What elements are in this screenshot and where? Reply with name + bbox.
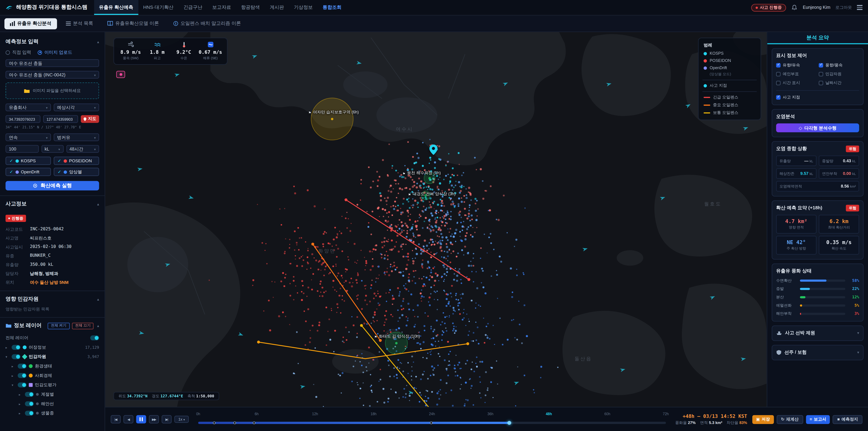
- expand-icon[interactable]: ▸: [5, 345, 9, 349]
- hamburger-menu-icon[interactable]: [857, 5, 862, 10]
- spill-type-select[interactable]: 연속▾: [5, 133, 51, 141]
- poi-label-wetland[interactable]: ⚑여자만 습지보호구역 (6h): [308, 110, 359, 115]
- spill-company-select[interactable]: 유출회사▾: [5, 103, 51, 111]
- expand-icon[interactable]: ▸: [19, 392, 23, 396]
- layer-row-eco[interactable]: ▸ 환경생태: [5, 361, 99, 371]
- toggle-current-vector[interactable]: 유향/유속: [776, 63, 816, 68]
- incident-select[interactable]: 여수 유조선 충돌 (INC-0042)▾: [5, 71, 99, 79]
- timeline-marker[interactable]: [252, 421, 255, 424]
- layer-row-fishery[interactable]: ▸ 어장정보 17,129: [5, 343, 99, 352]
- timeline-thumb[interactable]: [507, 421, 511, 425]
- nav-item-oil-spill-prediction[interactable]: 유출유 확산예측: [94, 0, 138, 15]
- layer-row-coastline[interactable]: ▸ 해안선: [5, 399, 99, 409]
- layer-row-socioeconomic[interactable]: ▸ 사회경제: [5, 371, 99, 380]
- poi-label-laver-farm[interactable]: ⚑화태도 김 양식장 (10h): [374, 334, 420, 339]
- layer-row-species[interactable]: ▸ 생물종: [5, 408, 99, 418]
- incident-location-pin[interactable]: [429, 145, 438, 155]
- chevron-down-icon[interactable]: ▾: [857, 331, 859, 335]
- expand-icon[interactable]: ▸: [19, 411, 23, 415]
- nav-item-reports[interactable]: 보고자료: [207, 0, 236, 15]
- timeline-slider[interactable]: [198, 422, 666, 424]
- owner-insurance-section[interactable]: 선주 / 보험 ▾: [772, 345, 864, 361]
- nav-item-integrated-search[interactable]: 통합조회: [318, 0, 346, 15]
- save-button[interactable]: ▣저장: [752, 415, 774, 424]
- nav-item-board[interactable]: 게시판: [265, 0, 289, 15]
- chevron-up-icon[interactable]: ▴: [97, 297, 99, 302]
- expand-icon[interactable]: ▾: [11, 383, 16, 387]
- chevron-up-icon[interactable]: ▴: [97, 202, 99, 206]
- section-layers-header[interactable]: 정보 레이어 전체 켜기 전체 끄기 ▴: [5, 322, 99, 329]
- tab-boom-algorithm-theory[interactable]: 오일펜스 배치 알고리즘 이론: [168, 18, 246, 29]
- timeline-marker[interactable]: [233, 421, 236, 424]
- model-toggle-ensemble[interactable]: ✓앙상블: [54, 168, 99, 176]
- layers-all-off-button[interactable]: 전체 끄기: [72, 322, 94, 329]
- skip-to-end-button[interactable]: ▶|: [162, 415, 172, 424]
- chevron-down-icon[interactable]: ▾: [857, 350, 859, 355]
- expand-icon[interactable]: ▾: [5, 355, 9, 359]
- timeline-marker[interactable]: [213, 421, 215, 424]
- radio-direct-input[interactable]: 직접 입력: [5, 49, 31, 55]
- radio-image-upload[interactable]: 이미지 업로드: [38, 49, 72, 55]
- expand-icon[interactable]: ▸: [19, 402, 23, 406]
- nav-item-aerial-search[interactable]: 항공탐색: [236, 0, 265, 15]
- tab-analysis-list[interactable]: 분석 목록: [60, 18, 99, 29]
- nav-item-emergency-rescue[interactable]: 긴급구난: [179, 0, 207, 15]
- fast-forward-button[interactable]: ▶▶: [149, 415, 159, 424]
- step-back-button[interactable]: ◀: [123, 415, 133, 424]
- spill-amount-input[interactable]: 100: [5, 145, 38, 153]
- pick-on-map-button[interactable]: 지도: [81, 115, 99, 123]
- poi-label-abalone-farm[interactable]: ⚑대경도 전복 양식장 (3h): [408, 191, 456, 197]
- chevron-up-icon[interactable]: ▴: [97, 324, 99, 328]
- expand-icon[interactable]: ▸: [11, 364, 16, 368]
- layer-row-sensitivity-assessment[interactable]: ▾ 민감도평가: [5, 380, 99, 390]
- recalculate-button[interactable]: ↻재계산: [776, 415, 803, 424]
- model-toggle-poseidon[interactable]: ✓POSEIDON: [54, 157, 99, 165]
- toggle-time-display[interactable]: 시간 표시: [776, 80, 816, 86]
- layer-toggle[interactable]: [25, 392, 34, 397]
- notification-bell-icon[interactable]: [791, 4, 798, 11]
- layer-row-sensitive[interactable]: ▾ 민감자원 3,947: [5, 352, 99, 362]
- model-toggle-kosps[interactable]: ✓KOSPS: [5, 157, 51, 165]
- nav-item-hns-diffusion[interactable]: HNS·대기확산: [138, 0, 178, 15]
- tab-model-theory[interactable]: 유출유확산모델 이론: [102, 18, 164, 29]
- unit-select[interactable]: kL▾: [41, 145, 63, 153]
- user-name[interactable]: Eunjeong Kim: [803, 5, 830, 10]
- map-measure-tool-button[interactable]: [116, 71, 125, 78]
- poi-label-beach[interactable]: ⚑웅천 해수욕장 (1h): [402, 171, 440, 176]
- section-prediction-input-header[interactable]: 예측정보 입력 ▴: [5, 38, 99, 45]
- timeline-marker[interactable]: [430, 421, 433, 424]
- layer-toggle[interactable]: [18, 382, 26, 388]
- layer-toggle[interactable]: [11, 354, 20, 359]
- duration-select[interactable]: 48시간▾: [66, 145, 99, 153]
- run-prediction-button[interactable]: 확산예측 실행: [5, 181, 99, 190]
- layer-toggle[interactable]: [11, 345, 20, 350]
- toggle-sensitive-resources[interactable]: 민감자원: [819, 71, 859, 77]
- tab-spill-analysis[interactable]: 유출유 확산분석: [4, 18, 57, 29]
- layer-row-seasonal[interactable]: ▸ 계절별: [5, 390, 99, 399]
- layer-toggle[interactable]: [25, 411, 34, 415]
- master-layer-toggle[interactable]: [90, 335, 99, 340]
- oil-type-select[interactable]: 벙커유▾: [54, 133, 99, 141]
- model-toggle-opendrift[interactable]: ✓OpenDrift: [5, 168, 51, 176]
- logout-button[interactable]: 로그아웃: [835, 5, 852, 10]
- expand-icon[interactable]: ▸: [11, 374, 16, 377]
- latitude-input[interactable]: 34.7392076023: [5, 115, 40, 123]
- section-incident-info-header[interactable]: 사고정보 ▴: [5, 201, 99, 208]
- longitude-input[interactable]: 127.674359903: [43, 115, 78, 123]
- pause-button[interactable]: [136, 415, 146, 424]
- layer-toggle[interactable]: [18, 373, 26, 378]
- map-area[interactable]: 여수시 화양면 돌산읍 월호도 ⚑여자만 습지보호구역 (6h) ⚑웅천 해수욕…: [105, 32, 767, 407]
- speed-select[interactable]: 1x▾: [174, 415, 189, 423]
- image-upload-dropzone[interactable]: 이미지 파일을 선택하세요: [5, 83, 99, 99]
- stop-prediction-button[interactable]: ■예측정지: [833, 415, 862, 424]
- section-sensitive-resources-header[interactable]: 영향 민감자원 ▴: [5, 296, 99, 303]
- layer-toggle[interactable]: [18, 364, 26, 369]
- chevron-up-icon[interactable]: ▴: [97, 39, 99, 44]
- layer-toggle[interactable]: [25, 401, 34, 406]
- toggle-datetime[interactable]: 날짜시간: [819, 80, 859, 86]
- expected-time-select[interactable]: 예상시각▾: [54, 103, 99, 111]
- ship-specs-section[interactable]: 사고 선박 제원 ▾: [772, 326, 864, 341]
- polygon-analysis-button[interactable]: ◇다각형 분석수행: [776, 123, 859, 132]
- toggle-wind-vector[interactable]: 풍향/풍속: [819, 63, 859, 68]
- toggle-tow-buoy[interactable]: 예인부표: [776, 71, 816, 77]
